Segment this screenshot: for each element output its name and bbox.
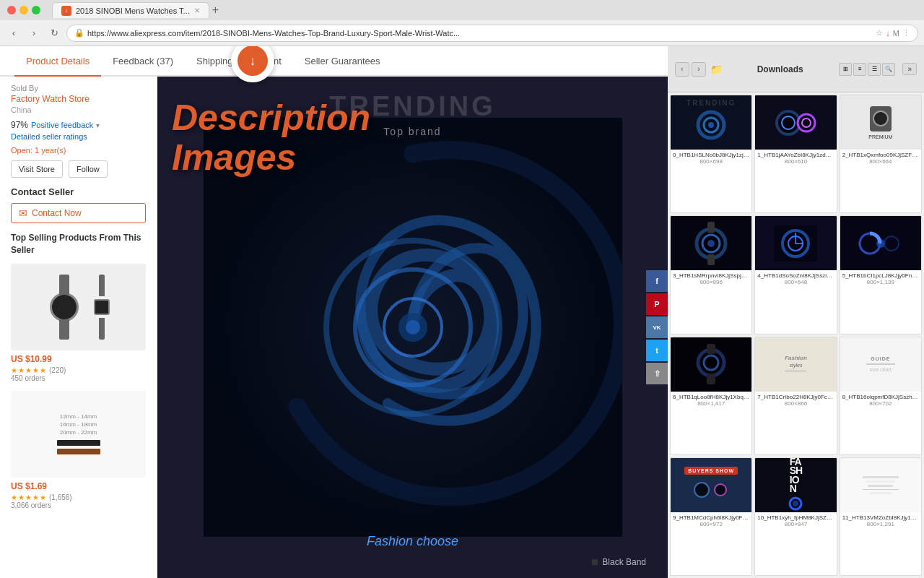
- filename-4: 4_HTB1dSoSoZnI8KJjSsziq6z8QpXa4.jpg: [757, 272, 834, 279]
- sold-by-label: Sold By: [11, 84, 146, 92]
- star-icon: ★: [40, 493, 46, 501]
- envelope-icon: ✉: [19, 207, 27, 219]
- svg-point-25: [704, 355, 718, 370]
- download-info-2: 2_HTB1xQxmfoo09KJjSZFDq6z9npXa8.jpg 800×…: [840, 150, 921, 167]
- view-toggle-buttons: ⊞ ≡ ☰ 🔍: [839, 63, 895, 76]
- filename-7: 7_HTB1CrIbo22H8KJjy0Fcq6yDIFXam.jpg: [757, 394, 834, 400]
- download-info-1: 1_HTB1jAAYoZbI8KJjy1zdq6ze1VXaI.jpg 800×…: [755, 150, 836, 167]
- dimensions-4: 800×648: [757, 279, 834, 285]
- panel-forward-button[interactable]: ›: [692, 62, 706, 77]
- search-button[interactable]: 🔍: [882, 63, 895, 76]
- download-item-11[interactable]: 11_HTB13VMZoZbI8KJjy1zdq6ze1VXaP.jpg 800…: [840, 457, 922, 576]
- minimize-button[interactable]: [19, 6, 28, 14]
- svg-point-28: [694, 483, 709, 497]
- dimensions-0: 800×698: [673, 158, 749, 165]
- visit-store-button[interactable]: Visit Store: [11, 160, 63, 178]
- black-band-text: Black Band: [592, 557, 646, 567]
- tab-seller-guarantees[interactable]: Seller Guarantees: [293, 46, 392, 77]
- dimensions-5: 800×1,139: [842, 279, 919, 285]
- svg-point-8: [708, 122, 714, 128]
- download-info-6: 6_HTB1qLoo8fH8KJjy1Xbq6zLdXXaH.jpg 800×1…: [671, 392, 751, 409]
- download-item-7[interactable]: Fashion styles 7_HTB1CrIbo22H8KJjy0Fcq6y…: [754, 337, 837, 455]
- contact-seller-title: Contact Seller: [11, 186, 146, 197]
- download-item-6[interactable]: 6_HTB1qLoo8fH8KJjy1Xbq6zLdXXaH.jpg 800×1…: [670, 337, 752, 455]
- vk-share-button[interactable]: VK: [646, 316, 668, 338]
- downloads-panel: ‹ › 📁 Downloads ⊞ ≡ ☰ 🔍 »: [668, 46, 924, 578]
- browser-window: 2018 SINOBI Mens Watches T... ✕ + ‹ › ↻ …: [0, 0, 924, 578]
- star-icon: ★: [40, 366, 46, 374]
- download-item-2[interactable]: PREMIUM 2_HTB1xQxmfoo09KJjSZFDq6z9npXa8.…: [840, 95, 922, 213]
- page-area: Product Details Feedback (37) Shipping &…: [0, 46, 668, 578]
- star-icon: ★: [18, 493, 25, 501]
- forward-button[interactable]: ›: [26, 25, 42, 41]
- seller-open: Open: 1 year(s): [11, 146, 146, 155]
- feedback-percentage: 97%: [11, 120, 28, 130]
- product-image-1: [11, 264, 146, 350]
- filename-6: 6_HTB1qLoo8fH8KJjy1Xbq6zLdXXaH.jpg: [673, 394, 749, 400]
- dimensions-6: 800×1,417: [673, 400, 749, 407]
- download-item-0[interactable]: TRENDING 0_HTB1HSLNo0bJ8KJjy1zjq6yqapXa7…: [670, 95, 752, 213]
- review-count-2: (1,656): [49, 493, 72, 501]
- product-item-1[interactable]: US $10.99 ★ ★ ★ ★ ★ (220) 450 orders: [11, 264, 146, 382]
- product-price-1: US $10.99: [11, 354, 146, 364]
- download-item-4[interactable]: 4_HTB1dSoSoZnI8KJjSsziq6z8QpXa4.jpg 800×…: [754, 215, 837, 334]
- tab-feedback[interactable]: Feedback (37): [101, 46, 185, 77]
- contact-now-button[interactable]: ✉ Contact Now: [11, 203, 146, 223]
- new-tab-button[interactable]: +: [212, 4, 219, 17]
- svg-point-22: [884, 236, 899, 251]
- dimensions-7: 800×866: [757, 400, 834, 407]
- back-button[interactable]: ‹: [6, 25, 22, 41]
- url-bar[interactable]: 🔒 https://www.aliexpress.com/item/2018-S…: [66, 25, 918, 42]
- download-thumb-5: [840, 216, 921, 270]
- download-info-8: 8_HTB16olqpmfD8KJjSszhq6zIJFXaM.jpg 800×…: [840, 392, 921, 409]
- download-thumb-7: Fashion styles: [755, 337, 836, 392]
- star-icon: ★: [18, 366, 25, 374]
- tab-favicon: [61, 6, 71, 16]
- tab-close-button[interactable]: ✕: [194, 7, 200, 14]
- star-icon: ★: [11, 366, 17, 374]
- download-item-8[interactable]: GUIDE size chart 8_HTB16olqpmfD8KJjSszhq…: [840, 337, 922, 455]
- panel-action-button[interactable]: »: [902, 63, 917, 75]
- detailed-ratings-link[interactable]: Detailed seller ratings: [11, 132, 87, 141]
- downloads-grid: TRENDING 0_HTB1HSLNo0bJ8KJjy1zjq6yqapXa7…: [668, 92, 924, 578]
- download-item-9[interactable]: BUYERS SHOW 9_HTB1MCdCph6I8KJjy0Fgq6xXzV…: [670, 457, 752, 576]
- browser-tab[interactable]: 2018 SINOBI Mens Watches T... ✕: [52, 2, 209, 18]
- download-thumb-2: PREMIUM: [840, 95, 921, 150]
- maximize-button[interactable]: [32, 6, 40, 14]
- dimensions-11: 800×1,291: [842, 521, 919, 527]
- close-button[interactable]: [7, 6, 16, 14]
- star-icon: ★: [25, 493, 32, 501]
- trending-text: TRENDING: [329, 91, 495, 122]
- panel-back-button[interactable]: ‹: [675, 62, 689, 77]
- follow-button[interactable]: Follow: [69, 160, 108, 178]
- download-thumb-1: [755, 95, 836, 150]
- traffic-lights: [7, 6, 40, 14]
- svg-rect-27: [707, 374, 715, 384]
- share-button[interactable]: ⇧: [646, 363, 668, 384]
- download-info-5: 5_HTB1bCI1pcLJ8KJjy0Fnq6AFDpXa3.jpg 800×…: [840, 270, 921, 288]
- twitter-share-button[interactable]: t: [646, 340, 668, 361]
- facebook-share-button[interactable]: f: [646, 270, 668, 292]
- download-item-3[interactable]: 3_HTB1sMRrpnvI8KJjSspjq6AgjXXaa.jpg 800×…: [670, 215, 752, 334]
- product-orders-2: 3,066 orders: [11, 501, 146, 509]
- svg-rect-17: [707, 254, 715, 265]
- download-item-5[interactable]: 5_HTB1bCI1pcLJ8KJjy0Fnq6AFDpXa3.jpg 800×…: [840, 215, 922, 334]
- star-icon: ★: [11, 493, 17, 501]
- pinterest-share-button[interactable]: P: [646, 293, 668, 315]
- download-item-1[interactable]: 1_HTB1jAAYoZbI8KJjy1zdq6ze1VXaI.jpg 800×…: [754, 95, 837, 213]
- detail-view-button[interactable]: ☰: [868, 63, 881, 76]
- spiral-graphic: [204, 118, 622, 537]
- feedback-link[interactable]: Positive feedback: [31, 121, 93, 129]
- grid-view-button[interactable]: ⊞: [839, 63, 852, 76]
- filename-5: 5_HTB1bCI1pcLJ8KJjy0Fnq6AFDpXa3.jpg: [842, 272, 919, 279]
- tab-product-details[interactable]: Product Details: [14, 46, 101, 77]
- list-view-button[interactable]: ≡: [853, 63, 866, 76]
- product-stars-2: ★ ★ ★ ★ ★ (1,656): [11, 493, 146, 501]
- product-item-2[interactable]: 12mm - 14mm 16mm - 18mm 20mm - 22mm US $…: [11, 391, 146, 509]
- dimensions-1: 800×610: [757, 158, 834, 165]
- seller-name[interactable]: Factory Watch Store: [11, 94, 146, 104]
- download-thumb-8: GUIDE size chart: [840, 337, 921, 392]
- refresh-button[interactable]: ↻: [46, 25, 62, 41]
- download-item-10[interactable]: FASHION 10_HTB1xyh_fpHM8KJjSZJiq6zx3FXau…: [754, 457, 837, 576]
- download-thumb-11: [840, 458, 921, 512]
